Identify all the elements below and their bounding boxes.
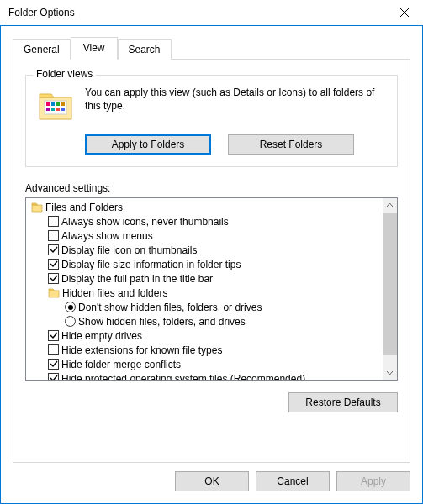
folder-views-icon <box>36 86 75 124</box>
chevron-down-icon <box>387 370 393 375</box>
apply-button[interactable]: Apply <box>336 471 410 491</box>
scroll-down-button[interactable] <box>383 365 397 380</box>
tree-item-label: Hide empty drives <box>61 330 142 342</box>
scroll-track[interactable] <box>383 213 397 365</box>
folder-views-group: Folder views You can apply this view (su… <box>25 75 398 167</box>
checkbox[interactable] <box>48 273 59 284</box>
tree-item[interactable]: Display the full path in the title bar <box>28 271 381 286</box>
restore-defaults-button[interactable]: Restore Defaults <box>288 392 398 412</box>
tree-item[interactable]: Display file icon on thumbnails <box>28 243 381 257</box>
svg-rect-4 <box>61 102 65 106</box>
content-area: General View Search Folder views <box>1 26 422 463</box>
tree-item-label: Hide extensions for known file types <box>61 344 222 356</box>
tree-item-label: Display the full path in the title bar <box>61 273 213 285</box>
checkbox[interactable] <box>48 359 59 370</box>
tree-item: Files and Folders <box>28 200 381 214</box>
close-button[interactable] <box>385 0 423 25</box>
checkbox[interactable] <box>48 344 59 355</box>
advanced-settings-items: Files and FoldersAlways show icons, neve… <box>26 198 383 380</box>
svg-rect-3 <box>56 102 60 106</box>
chevron-up-icon <box>387 203 393 207</box>
svg-rect-7 <box>56 108 60 111</box>
tree-item[interactable]: Show hidden files, folders, and drives <box>28 314 381 328</box>
svg-rect-5 <box>46 108 50 111</box>
close-icon <box>400 8 409 17</box>
reset-folders-button[interactable]: Reset Folders <box>228 134 354 155</box>
apply-to-folders-button[interactable]: Apply to Folders <box>85 134 211 155</box>
tab-search[interactable]: Search <box>118 39 172 60</box>
radio-button[interactable] <box>65 302 76 312</box>
scrollbar[interactable] <box>383 198 397 380</box>
tree-item-label: Display file icon on thumbnails <box>61 244 197 256</box>
radio-button[interactable] <box>65 316 76 327</box>
folder-views-description: You can apply this view (such as Details… <box>85 86 387 124</box>
tree-item-label: Hide folder merge conflicts <box>61 359 181 370</box>
tree-item[interactable]: Display file size information in folder … <box>28 257 381 271</box>
tree-item-label: Don't show hidden files, folders, or dri… <box>78 302 262 313</box>
tree-item[interactable]: Hide empty drives <box>28 328 381 343</box>
tab-strip: General View Search <box>13 36 410 59</box>
tree-item-label: Show hidden files, folders, and drives <box>78 316 246 328</box>
svg-rect-1 <box>46 102 50 106</box>
tree-item[interactable]: Don't show hidden files, folders, or dri… <box>28 300 381 314</box>
tree-item[interactable]: Always show icons, never thumbnails <box>28 214 381 228</box>
dialog-buttons: OK Cancel Apply <box>1 463 422 503</box>
tab-view[interactable]: View <box>71 37 118 60</box>
cancel-button[interactable]: Cancel <box>256 471 330 491</box>
advanced-settings-label: Advanced settings: <box>25 182 398 194</box>
window-body: General View Search Folder views <box>0 26 423 504</box>
checkbox[interactable] <box>48 244 59 255</box>
checkbox[interactable] <box>48 373 59 380</box>
scroll-up-button[interactable] <box>383 198 397 213</box>
tree-item-label: Hide protected operating system files (R… <box>61 373 305 381</box>
tree-item-label: Display file size information in folder … <box>61 259 241 270</box>
titlebar: Folder Options <box>0 0 423 26</box>
checkbox[interactable] <box>48 259 59 270</box>
tree-item: Hidden files and folders <box>28 286 381 300</box>
svg-rect-6 <box>51 108 55 111</box>
scroll-thumb[interactable] <box>383 213 397 355</box>
tree-item-label: Hidden files and folders <box>62 287 167 299</box>
checkbox[interactable] <box>48 230 59 241</box>
ok-button[interactable]: OK <box>175 471 249 491</box>
tree-item-label: Files and Folders <box>45 202 123 213</box>
svg-rect-8 <box>61 108 65 111</box>
tree-item[interactable]: Hide protected operating system files (R… <box>28 371 381 380</box>
folder-views-title: Folder views <box>33 68 96 80</box>
tree-item[interactable]: Hide folder merge conflicts <box>28 357 381 371</box>
tree-item[interactable]: Always show menus <box>28 228 381 243</box>
advanced-settings-list[interactable]: Files and FoldersAlways show icons, neve… <box>25 197 398 381</box>
svg-rect-2 <box>51 102 55 106</box>
tab-general[interactable]: General <box>13 39 71 60</box>
tree-item-label: Always show menus <box>61 230 153 242</box>
checkbox[interactable] <box>48 216 59 227</box>
checkbox[interactable] <box>48 330 59 341</box>
tree-item[interactable]: Hide extensions for known file types <box>28 343 381 357</box>
tab-panel-view: Folder views You can apply this view (su… <box>13 59 410 463</box>
window-title: Folder Options <box>0 7 385 18</box>
tree-item-label: Always show icons, never thumbnails <box>61 216 229 228</box>
